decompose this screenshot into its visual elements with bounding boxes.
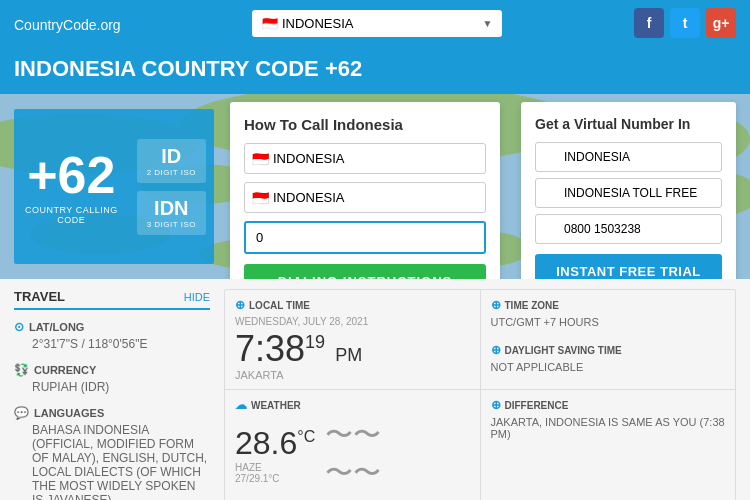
- currency-value: RUPIAH (IDR): [14, 380, 210, 394]
- googleplus-button[interactable]: g+: [706, 8, 736, 38]
- logo-text: CountryCode: [14, 17, 97, 33]
- how-to-call-country-wrap[interactable]: 🇮🇩 INDONESIA: [244, 143, 486, 174]
- logo: CountryCode.org: [14, 12, 121, 35]
- languages-value: BAHASA INDONESIA (OFFICIAL, MODIFIED FOR…: [14, 423, 210, 500]
- virtual-country-wrap[interactable]: INDONESIA: [535, 142, 722, 172]
- facebook-button[interactable]: f: [634, 8, 664, 38]
- time-weather-panel: ⊕ LOCAL TIME WEDNESDAY, JULY 28, 2021 7:…: [224, 289, 736, 500]
- iso2-code: ID: [147, 145, 196, 168]
- how-to-call-country-select[interactable]: INDONESIA: [244, 143, 486, 174]
- calling-code-number: +62: [27, 149, 115, 201]
- flag-icon: 🇮🇩: [252, 151, 269, 167]
- virtual-number-title: Get a Virtual Number In: [535, 116, 722, 132]
- virtual-number-wrap[interactable]: 0800 1503238: [535, 214, 722, 244]
- twitter-button[interactable]: t: [670, 8, 700, 38]
- social-icons: f t g+: [634, 8, 736, 38]
- temp-value: 28.6: [235, 425, 297, 461]
- travel-hide-button[interactable]: HIDE: [184, 291, 210, 303]
- languages-label: 💬 LANGUAGES: [14, 406, 210, 420]
- difference-label: DIFFERENCE: [505, 400, 569, 411]
- iso-codes: ID 2 DIGIT ISO IDN 3 DIGIT ISO: [129, 109, 214, 264]
- dst-label: DAYLIGHT SAVING TIME: [505, 345, 622, 356]
- timezone-icon: ⊕: [491, 298, 501, 312]
- calling-code-card: +62 COUNTRY CALLING CODE ID 2 DIGIT ISO …: [14, 109, 214, 264]
- timezone-cell: ⊕ TIME ZONE UTC/GMT +7 HOURS ⊕ DAYLIGHT …: [481, 290, 736, 389]
- temp-display: 28.6°C: [235, 425, 315, 461]
- virtual-country-select[interactable]: INDONESIA: [535, 142, 722, 172]
- weather-row: ☁ WEATHER 28.6°C HAZE 27/29.1°C 〜〜〜〜: [225, 390, 735, 500]
- data-grid: ⊕ LOCAL TIME WEDNESDAY, JULY 28, 2021 7:…: [224, 289, 736, 500]
- time-hours: 7:38: [235, 328, 305, 369]
- phone-number-input[interactable]: [244, 221, 486, 254]
- currency-icon: 💱: [14, 363, 29, 377]
- instant-free-trial-button[interactable]: INSTANT FREE TRIAL: [535, 254, 722, 279]
- temp-block: 28.6°C HAZE 27/29.1°C: [235, 425, 315, 484]
- virtual-number-card: Get a Virtual Number In INDONESIA INDONE…: [521, 102, 736, 279]
- how-to-call-title: How To Call Indonesia: [244, 116, 486, 133]
- weather-content: 28.6°C HAZE 27/29.1°C 〜〜〜〜: [235, 416, 470, 492]
- logo-tld: .org: [97, 17, 121, 33]
- info-section: TRAVEL HIDE ⊙ LAT/LONG 2°31'7"S / 118°0'…: [0, 289, 750, 500]
- title-bar: INDONESIA COUNTRY CODE +62: [0, 46, 750, 94]
- how-to-call-city-select[interactable]: INDONESIA: [244, 182, 486, 213]
- weather-desc: HAZE: [235, 462, 315, 473]
- time-row: ⊕ LOCAL TIME WEDNESDAY, JULY 28, 2021 7:…: [225, 290, 735, 390]
- time-ampm: PM: [335, 345, 362, 365]
- calling-code-label: COUNTRY CALLING CODE: [24, 205, 119, 225]
- virtual-number-select[interactable]: 0800 1503238: [535, 214, 722, 244]
- city-text: JAKARTA: [235, 369, 470, 381]
- country-select[interactable]: 🇮🇩 INDONESIA AUSTRALIA UNITED STATES: [252, 10, 502, 37]
- dst-header: ⊕ DAYLIGHT SAVING TIME: [491, 343, 726, 357]
- map-section: +62 COUNTRY CALLING CODE ID 2 DIGIT ISO …: [0, 94, 750, 279]
- haze-icon: 〜〜〜〜: [325, 416, 381, 492]
- how-to-call-card: How To Call Indonesia 🇮🇩 INDONESIA 🇮🇩 IN…: [230, 102, 500, 279]
- virtual-type-select[interactable]: INDONESIA TOLL FREE: [535, 178, 722, 208]
- currency-label: 💱 CURRENCY: [14, 363, 210, 377]
- page-title: INDONESIA COUNTRY CODE +62: [14, 56, 736, 82]
- difference-icon: ⊕: [491, 398, 501, 412]
- timezone-header: ⊕ TIME ZONE: [491, 298, 726, 312]
- timezone-label: TIME ZONE: [505, 300, 559, 311]
- temp-unit: °C: [297, 428, 315, 445]
- lat-long-item: ⊙ LAT/LONG 2°31'7"S / 118°0'56"E: [14, 320, 210, 351]
- weather-label: WEATHER: [251, 400, 301, 411]
- local-time-cell: ⊕ LOCAL TIME WEDNESDAY, JULY 28, 2021 7:…: [225, 290, 481, 389]
- iso3-badge: IDN 3 DIGIT ISO: [137, 191, 206, 235]
- dialing-instructions-button[interactable]: DIALING INSTRUCTIONS: [244, 264, 486, 279]
- country-dropdown-wrapper[interactable]: 🇮🇩 INDONESIA AUSTRALIA UNITED STATES: [252, 10, 502, 37]
- weather-header: ☁ WEATHER: [235, 398, 470, 412]
- languages-item: 💬 LANGUAGES BAHASA INDONESIA (OFFICIAL, …: [14, 406, 210, 500]
- iso3-label: 3 DIGIT ISO: [147, 220, 196, 229]
- temp-range: 27/29.1°C: [235, 473, 315, 484]
- how-to-call-city-wrap[interactable]: 🇮🇩 INDONESIA: [244, 182, 486, 213]
- iso2-label: 2 DIGIT ISO: [147, 168, 196, 177]
- virtual-type-wrap[interactable]: INDONESIA TOLL FREE: [535, 178, 722, 208]
- header: CountryCode.org 🇮🇩 INDONESIA AUSTRALIA U…: [0, 0, 750, 46]
- travel-title: TRAVEL: [14, 289, 65, 304]
- difference-header: ⊕ DIFFERENCE: [491, 398, 726, 412]
- timezone-value: UTC/GMT +7 HOURS: [491, 316, 726, 328]
- lat-long-value: 2°31'7"S / 118°0'56"E: [14, 337, 210, 351]
- currency-item: 💱 CURRENCY RUPIAH (IDR): [14, 363, 210, 394]
- difference-cell: ⊕ DIFFERENCE JAKARTA, INDONESIA IS SAME …: [481, 390, 736, 500]
- dst-icon: ⊕: [491, 343, 501, 357]
- time-display: 7:3819 PM: [235, 331, 470, 367]
- date-text: WEDNESDAY, JULY 28, 2021: [235, 316, 470, 327]
- local-time-header: ⊕ LOCAL TIME: [235, 298, 470, 312]
- flag-icon-2: 🇮🇩: [252, 190, 269, 206]
- dst-value: NOT APPLICABLE: [491, 361, 726, 373]
- difference-value: JAKARTA, INDONESIA IS SAME AS YOU (7:38 …: [491, 416, 726, 440]
- language-icon: 💬: [14, 406, 29, 420]
- iso3-code: IDN: [147, 197, 196, 220]
- iso2-badge: ID 2 DIGIT ISO: [137, 139, 206, 183]
- travel-panel: TRAVEL HIDE ⊙ LAT/LONG 2°31'7"S / 118°0'…: [14, 289, 224, 500]
- time-seconds: 19: [305, 332, 325, 352]
- calling-code-box: +62 COUNTRY CALLING CODE: [14, 109, 129, 264]
- weather-cell: ☁ WEATHER 28.6°C HAZE 27/29.1°C 〜〜〜〜: [225, 390, 481, 500]
- location-icon: ⊙: [14, 320, 24, 334]
- travel-section-header: TRAVEL HIDE: [14, 289, 210, 310]
- clock-icon: ⊕: [235, 298, 245, 312]
- lat-long-label: ⊙ LAT/LONG: [14, 320, 210, 334]
- local-time-label: LOCAL TIME: [249, 300, 310, 311]
- weather-icon: ☁: [235, 398, 247, 412]
